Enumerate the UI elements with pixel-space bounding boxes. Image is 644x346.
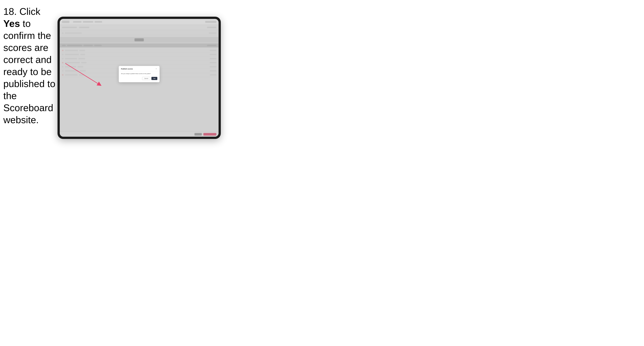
modal-actions: Cancel Yes bbox=[121, 77, 157, 80]
modal-message: Are you ready to publish these scores to… bbox=[121, 73, 157, 75]
tablet-device: Publish scores × Are you ready to publis… bbox=[58, 17, 221, 139]
publish-scores-modal: Publish scores × Are you ready to publis… bbox=[119, 66, 160, 82]
modal-body: Are you ready to publish these scores to… bbox=[119, 71, 160, 82]
instruction-part1: Click bbox=[17, 6, 40, 17]
instruction-bold: Yes bbox=[3, 18, 20, 29]
modal-header: Publish scores × bbox=[119, 66, 160, 71]
cancel-button[interactable]: Cancel bbox=[142, 77, 150, 80]
yes-button[interactable]: Yes bbox=[152, 77, 157, 80]
instruction-text: 18. Click Yes to confirm the scores are … bbox=[3, 5, 57, 126]
modal-overlay: Publish scores × Are you ready to publis… bbox=[60, 19, 218, 137]
step-number: 18. bbox=[3, 6, 17, 17]
tablet-screen: Publish scores × Are you ready to publis… bbox=[60, 19, 218, 137]
instruction-part2: to confirm the scores are correct and re… bbox=[3, 18, 55, 125]
modal-close-button[interactable]: × bbox=[155, 68, 157, 70]
modal-title: Publish scores bbox=[121, 68, 133, 70]
